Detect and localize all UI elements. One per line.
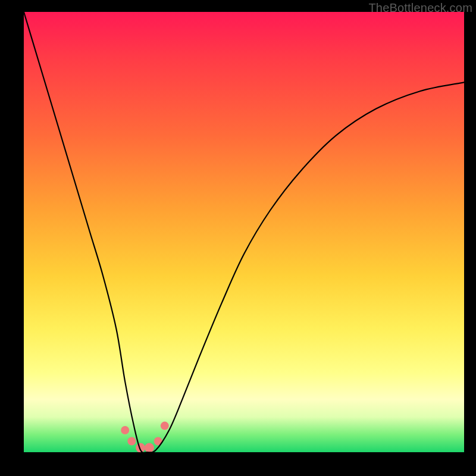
bottleneck-curve xyxy=(24,12,464,452)
curve-marker xyxy=(127,437,136,446)
chart-frame: TheBottleneck.com xyxy=(0,0,476,476)
markers-group xyxy=(121,422,169,452)
curve-marker xyxy=(121,426,129,434)
curve-marker xyxy=(145,443,154,452)
chart-svg xyxy=(24,12,464,452)
curve-marker xyxy=(161,422,169,430)
plot-area xyxy=(24,12,464,452)
